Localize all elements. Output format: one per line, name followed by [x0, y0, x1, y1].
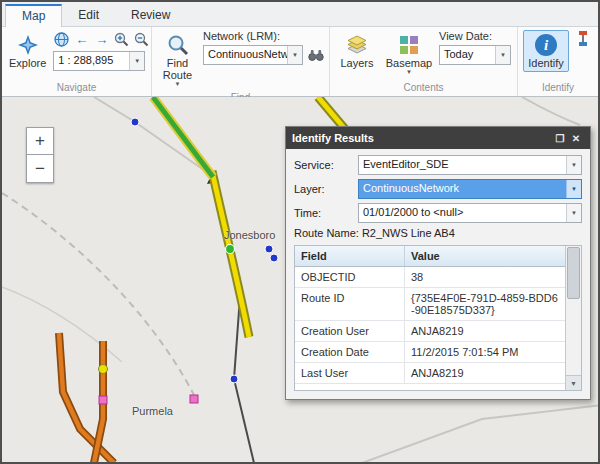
chevron-down-icon[interactable]: ▼: [566, 204, 581, 222]
map-zoom-out-button[interactable]: −: [26, 155, 54, 183]
pink-square-marker[interactable]: [99, 396, 107, 404]
table-scrollbar[interactable]: ▼: [565, 246, 581, 390]
yellow-point-marker[interactable]: [99, 365, 108, 374]
chevron-down-icon[interactable]: ▼: [566, 156, 581, 174]
group-label-navigate: Navigate: [2, 81, 151, 96]
identify-button[interactable]: i Identify: [523, 30, 569, 72]
basemap-button[interactable]: Basemap ▼: [384, 30, 434, 79]
binoculars-icon[interactable]: [307, 47, 324, 64]
route-location-tool-icon[interactable]: [574, 30, 591, 47]
table-row[interactable]: Creation Date 11/2/2015 7:01:54 PM: [295, 342, 565, 363]
place-label-purmela: Purmela: [132, 405, 173, 417]
ribbon: Explore ← →: [2, 27, 598, 97]
tab-map[interactable]: Map: [5, 4, 62, 27]
identify-results-panel: Identify Results ❐ ✕ Service: EventEdito…: [285, 126, 591, 400]
map-zoom-control: + −: [26, 127, 54, 183]
chevron-down-icon[interactable]: ▼: [129, 52, 144, 70]
explore-label: Explore: [9, 57, 46, 69]
next-extent-icon[interactable]: →: [93, 31, 110, 48]
blue-point-marker[interactable]: [265, 245, 273, 253]
map-viewport[interactable]: Jonesboro Purmela + − Identify Results ❐…: [2, 97, 598, 462]
find-route-label-2: Route: [163, 69, 192, 81]
network-combobox[interactable]: ContinuousNetwork ▼: [203, 45, 303, 65]
table-row[interactable]: Last User ANJA8219: [295, 363, 565, 384]
identify-label: Identify: [528, 57, 563, 69]
scrollbar-down-icon[interactable]: ▼: [566, 375, 581, 390]
chevron-down-icon[interactable]: ▼: [495, 46, 510, 64]
chevron-down-icon[interactable]: ▼: [287, 46, 302, 64]
layer-value: ContinuousNetwork: [359, 180, 566, 198]
network-value: ContinuousNetwork: [204, 46, 287, 64]
table-header-row: Field Value: [295, 246, 565, 267]
zoom-out-icon[interactable]: [133, 31, 150, 48]
identify-results-titlebar[interactable]: Identify Results ❐ ✕: [286, 127, 590, 149]
group-contents: Layers Basemap ▼ View Date: Today ▼: [330, 27, 518, 96]
group-label-contents: Contents: [330, 81, 517, 96]
table-row[interactable]: OBJECTID 38: [295, 267, 565, 288]
basemap-icon: [399, 33, 419, 57]
group-label-identify: Identify: [518, 81, 598, 96]
service-combobox[interactable]: EventEditor_SDE ▼: [358, 155, 582, 175]
table-row[interactable]: Route ID {735E4F0E-791D-4859-BDD6-90E185…: [295, 288, 565, 321]
scale-combobox[interactable]: 1 : 288,895 ▼: [53, 51, 145, 71]
time-combobox[interactable]: 01/01/2000 to <null> ▼: [358, 203, 582, 223]
ribbon-tabbar: Map Edit Review: [2, 2, 598, 27]
blue-point-marker[interactable]: [131, 118, 139, 126]
chevron-down-icon[interactable]: ▼: [566, 180, 581, 198]
cell-field: Creation Date: [295, 342, 405, 362]
pink-square-marker[interactable]: [190, 395, 198, 403]
map-zoom-in-button[interactable]: +: [26, 127, 54, 155]
road-line: [522, 97, 580, 125]
group-identify: i Identify Identify: [518, 27, 598, 96]
cell-field: Creation User: [295, 321, 405, 341]
column-header-value: Value: [405, 246, 565, 266]
blue-point-marker[interactable]: [270, 254, 278, 262]
view-date-combobox[interactable]: Today ▼: [439, 45, 511, 65]
tab-review[interactable]: Review: [115, 4, 186, 26]
scrollbar-thumb[interactable]: [567, 247, 580, 299]
scale-value: 1 : 288,895: [54, 52, 129, 70]
cell-value: 38: [405, 267, 565, 287]
layer-combobox[interactable]: ContinuousNetwork ▼: [358, 179, 582, 199]
chevron-down-icon: ▼: [175, 81, 181, 88]
previous-extent-icon[interactable]: ←: [73, 31, 90, 48]
route-name-line: Route Name: R2_NWS Line AB4: [294, 227, 582, 239]
cell-value: {735E4F0E-791D-4859-BDD6-90E18575D337}: [405, 288, 565, 320]
service-label: Service:: [294, 159, 358, 171]
zoom-in-icon[interactable]: [113, 31, 130, 48]
road-line: [94, 97, 208, 173]
attributes-table: Field Value OBJECTID 38 Route ID {735E4F…: [294, 245, 582, 391]
service-value: EventEditor_SDE: [359, 156, 566, 174]
layers-label: Layers: [340, 57, 373, 69]
explore-compass-icon: [17, 33, 39, 57]
route-green-line[interactable]: [153, 97, 213, 177]
layers-icon: [346, 33, 368, 57]
cell-field: Last User: [295, 363, 405, 383]
layer-label: Layer:: [294, 183, 358, 195]
place-label-jonesboro: Jonesboro: [224, 229, 275, 241]
explore-button[interactable]: Explore: [7, 30, 48, 72]
layers-button[interactable]: Layers: [335, 30, 379, 72]
time-label: Time:: [294, 207, 358, 219]
chevron-down-icon: ▼: [406, 69, 412, 76]
maximize-icon[interactable]: ❐: [552, 130, 568, 146]
tab-edit[interactable]: Edit: [62, 4, 115, 26]
identify-info-icon: i: [535, 33, 557, 57]
find-route-label-1: Find: [167, 57, 188, 69]
green-point-marker[interactable]: [226, 245, 235, 254]
group-find: Find Route ▼ Network (LRM): ContinuousNe…: [152, 27, 330, 96]
navigate-tools: ← →: [53, 30, 150, 48]
road-line: [362, 405, 598, 462]
close-icon[interactable]: ✕: [568, 130, 584, 146]
panel-title-text: Identify Results: [292, 132, 374, 144]
group-navigate: Explore ← →: [2, 27, 152, 96]
cell-value: ANJA8219: [405, 321, 565, 341]
table-row[interactable]: Creation User ANJA8219: [295, 321, 565, 342]
column-header-field: Field: [295, 246, 405, 266]
basemap-label: Basemap: [386, 57, 432, 69]
full-extent-globe-icon[interactable]: [53, 31, 70, 48]
find-route-button[interactable]: Find Route ▼: [157, 30, 198, 91]
route-name-value: R2_NWS Line AB4: [362, 227, 455, 239]
route-name-label: Route Name:: [294, 227, 359, 239]
blue-point-marker[interactable]: [230, 375, 238, 383]
